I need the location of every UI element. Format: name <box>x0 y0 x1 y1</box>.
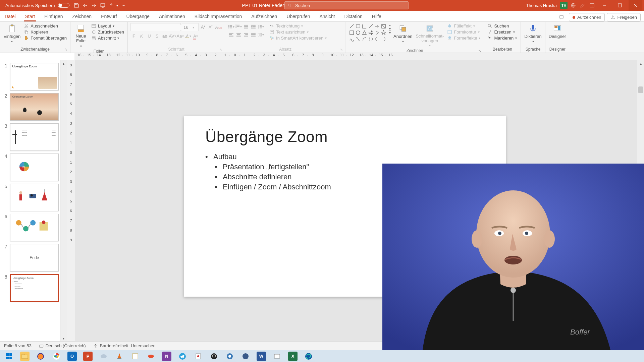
present-start-icon[interactable] <box>99 2 106 9</box>
font-size-input[interactable] <box>182 25 192 30</box>
highlight-button[interactable]: ▾ <box>184 33 191 39</box>
thumbnail-5[interactable]: 5 <box>3 184 59 211</box>
columns-button[interactable]: ▾ <box>257 31 264 38</box>
shape-fill-button[interactable]: Fülleffekt ▾ <box>446 23 481 29</box>
find-button[interactable]: Suchen <box>487 23 518 29</box>
accessibility-check[interactable]: Barrierefreiheit: Untersuchen <box>93 343 156 348</box>
bold-button[interactable]: F <box>130 33 137 39</box>
taskbar-word[interactable]: W <box>254 350 269 362</box>
save-icon[interactable] <box>73 2 80 9</box>
shapes-more[interactable]: ▴ <box>389 23 391 27</box>
text-direction-button[interactable]: ¶ATextrichtung ▾ <box>269 23 327 29</box>
taskbar-vlc[interactable] <box>112 350 127 362</box>
taskbar-app-8[interactable] <box>269 350 285 362</box>
scroll-up-icon[interactable]: ▴ <box>60 60 67 66</box>
window-layout-icon[interactable] <box>588 2 596 9</box>
strikethrough-button[interactable]: S <box>154 33 160 39</box>
italic-button[interactable]: K <box>138 33 145 39</box>
paragraph-launcher[interactable]: ⤡ <box>340 48 343 51</box>
format-painter-button[interactable]: Format übertragen <box>23 35 67 41</box>
shapes-gallery[interactable] <box>348 23 386 42</box>
taskbar-onenote[interactable]: N <box>159 350 174 362</box>
bullets-button[interactable]: ▾ <box>228 23 234 30</box>
thumbnail-4[interactable]: 4SW <box>3 154 59 181</box>
taskbar-app-1[interactable] <box>96 350 111 362</box>
thumbnail-1[interactable]: 1Übergänge Zoom★ <box>3 63 59 90</box>
tab-design[interactable]: Entwurf <box>96 11 121 21</box>
slide-counter[interactable]: Folie 8 von 53 <box>4 343 32 348</box>
taskbar-app-4[interactable] <box>191 350 206 362</box>
new-slide-button[interactable]: Neue Folie ▾ <box>73 23 89 49</box>
decrease-indent-button[interactable] <box>243 23 249 30</box>
language-indicator[interactable]: Deutsch (Österreich) <box>39 343 86 348</box>
tab-animations[interactable]: Animationen <box>154 11 190 21</box>
scroll-thumb[interactable] <box>638 86 643 93</box>
record-button[interactable]: Aufzeichnen <box>569 13 605 21</box>
numbering-button[interactable]: 12▾ <box>235 23 242 30</box>
thumbnail-2[interactable]: 2Übergänge Zoom <box>3 93 59 121</box>
shape-outline-button[interactable]: Formkontur ▾ <box>446 29 481 35</box>
designer-button[interactable]: Designer <box>548 23 567 40</box>
font-color-button[interactable]: A▾ <box>192 33 199 39</box>
section-button[interactable]: Abschnitt ▾ <box>91 35 125 41</box>
shadow-button[interactable]: ab <box>161 33 168 39</box>
tab-slideshow[interactable]: Bildschirmpräsentation <box>190 11 247 21</box>
search-box[interactable] <box>284 1 409 9</box>
thumbnail-7[interactable]: 7Ende <box>3 244 59 272</box>
touch-mode-icon[interactable] <box>108 2 115 9</box>
tab-draw[interactable]: Zeichnen <box>68 11 97 21</box>
taskbar-excel[interactable]: X <box>285 350 301 362</box>
tab-transitions[interactable]: Übergänge <box>122 11 154 21</box>
share-button[interactable]: Freigeben <box>607 13 641 21</box>
layout-button[interactable]: Layout ▾ <box>91 23 125 29</box>
autosave-toggle[interactable] <box>58 3 69 8</box>
taskbar-app-2[interactable] <box>127 350 143 362</box>
tab-help[interactable]: Hilfe <box>367 11 386 21</box>
taskbar-app-5[interactable] <box>206 350 222 362</box>
user-avatar[interactable]: TH <box>560 2 568 9</box>
arrange-button[interactable]: Anordnen▾ <box>393 23 413 44</box>
start-button[interactable] <box>1 350 17 362</box>
redo-icon[interactable] <box>90 2 98 9</box>
taskbar-outlook[interactable]: O <box>64 350 80 362</box>
shape-effects-button[interactable]: Formeffekte ▾ <box>446 35 481 41</box>
globe-icon[interactable] <box>570 2 577 9</box>
reset-button[interactable]: Zurücksetzen <box>91 29 125 35</box>
close-button[interactable] <box>629 0 642 11</box>
font-name-input[interactable] <box>131 25 190 30</box>
underline-button[interactable]: U <box>146 33 153 39</box>
taskbar-firefox[interactable] <box>33 350 48 362</box>
comments-button[interactable] <box>556 13 567 21</box>
dictate-button[interactable]: Diktieren▾ <box>524 23 542 44</box>
qat-caret[interactable]: ▾ <box>116 4 118 7</box>
convert-smartart-button[interactable]: In SmartArt konvertieren ▾ <box>269 35 327 41</box>
clear-format-button[interactable]: A⌫ <box>215 24 222 31</box>
taskbar-chrome[interactable] <box>49 350 64 362</box>
align-center-button[interactable] <box>235 31 242 38</box>
search-input[interactable] <box>295 3 406 8</box>
thumbnail-8[interactable]: 8Übergänge Zoom• ━━━ • ━━━━━ • ━━━━ • ━━… <box>3 274 59 302</box>
copy-button[interactable]: Kopieren <box>23 29 67 35</box>
scroll-down-icon[interactable]: ▾ <box>60 335 67 341</box>
align-left-button[interactable] <box>228 31 234 38</box>
tab-start[interactable]: Start <box>20 11 40 21</box>
thumbnail-6[interactable]: 6 <box>3 214 59 241</box>
clipboard-launcher[interactable]: ⤡ <box>65 48 67 51</box>
quick-styles-button[interactable]: Abc Schnellformat- vorlagen▾ <box>415 23 444 48</box>
thumbnail-3[interactable]: 3━━━━━━━━━━━━━━━━━━━━━ <box>3 123 59 151</box>
shapes-expand[interactable]: ▾ <box>389 31 391 35</box>
taskbar-powerpoint[interactable]: P <box>80 350 96 362</box>
line-spacing-button[interactable]: ▾ <box>257 23 264 30</box>
cut-button[interactable]: Ausschneiden <box>23 23 67 29</box>
shapes-more-down[interactable]: ▾ <box>389 27 391 31</box>
grow-font-button[interactable]: A▴ <box>200 24 206 31</box>
taskbar-app-3[interactable] <box>143 350 159 362</box>
minimize-button[interactable] <box>598 0 611 11</box>
tab-insert[interactable]: Einfügen <box>40 11 67 21</box>
align-text-button[interactable]: Text ausrichten ▾ <box>269 29 327 35</box>
tab-view[interactable]: Ansicht <box>315 11 339 21</box>
draw-launcher[interactable]: ⤡ <box>478 49 481 53</box>
taskbar-explorer[interactable] <box>17 350 33 362</box>
change-case-button[interactable]: Aa▾ <box>177 33 183 39</box>
tab-dictation[interactable]: Dictation <box>339 11 367 21</box>
